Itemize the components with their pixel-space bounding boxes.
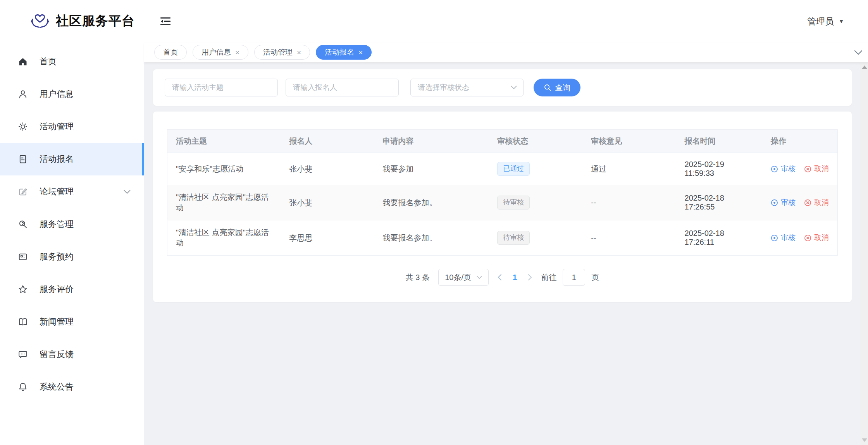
signup-table-panel: 活动主题 报名人 申请内容 审核状态 审核意见 报名时间 操作 "安享和乐"志愿… xyxy=(153,112,852,302)
username: 管理员 xyxy=(807,15,834,27)
tab-activity-signup[interactable]: 活动报名 × xyxy=(316,45,372,60)
book-icon xyxy=(18,317,28,327)
sidebar-item-home[interactable]: 首页 xyxy=(0,45,144,78)
document-icon xyxy=(18,154,28,164)
goto-page-input[interactable] xyxy=(563,269,585,286)
review-status-select[interactable]: 请选择审核状态 xyxy=(410,79,524,96)
sidebar-item-service-booking[interactable]: 服务预约 xyxy=(0,241,144,273)
sidebar-item-news-management[interactable]: 新闻管理 xyxy=(0,306,144,338)
tab-label: 活动管理 xyxy=(263,47,293,57)
sidebar-item-forum-management[interactable]: 论坛管理 xyxy=(0,175,144,208)
col-opinion: 审核意见 xyxy=(582,130,676,153)
cell-topic: "安享和乐"志愿活动 xyxy=(167,153,281,185)
cancel-action[interactable]: 取消 xyxy=(804,164,829,174)
pagination: 共 3 条 10条/页 1 前往 页 xyxy=(167,269,838,286)
prev-page-button[interactable] xyxy=(497,274,502,281)
sidebar: 社区服务平台 首页 用户信息 活动管理 活动报名 论坛管理 xyxy=(0,0,144,445)
col-content: 申请内容 xyxy=(374,130,489,153)
page-number-1[interactable]: 1 xyxy=(510,273,519,282)
top-header: 管理员 ▼ xyxy=(144,0,868,43)
table-header-row: 活动主题 报名人 申请内容 审核状态 审核意见 报名时间 操作 xyxy=(167,130,838,153)
app-root: 社区服务平台 首页 用户信息 活动管理 活动报名 论坛管理 xyxy=(0,0,868,445)
vertical-scrollbar[interactable] xyxy=(861,62,868,445)
cell-content: 我要报名参加。 xyxy=(374,220,489,256)
sidebar-item-label: 论坛管理 xyxy=(40,186,74,198)
close-icon[interactable]: × xyxy=(235,49,239,56)
sidebar-menu: 首页 用户信息 活动管理 活动报名 论坛管理 服务管理 xyxy=(0,42,144,403)
page-size-select[interactable]: 10条/页 xyxy=(438,269,489,286)
sidebar-item-label: 留言反馈 xyxy=(40,349,74,360)
cell-time: 2025-02-19 11:59:33 xyxy=(676,153,762,185)
sidebar-item-activity-management[interactable]: 活动管理 xyxy=(0,110,144,143)
scroll-down-arrow-icon[interactable] xyxy=(862,438,867,442)
sidebar-item-service-management[interactable]: 服务管理 xyxy=(0,208,144,241)
cell-opinion: 通过 xyxy=(582,153,676,185)
user-icon xyxy=(18,89,28,99)
signup-table: 活动主题 报名人 申请内容 审核状态 审核意见 报名时间 操作 "安享和乐"志愿… xyxy=(167,129,838,256)
review-action[interactable]: 审核 xyxy=(771,164,796,174)
tab-user-info[interactable]: 用户信息 × xyxy=(193,45,248,60)
circle-close-icon xyxy=(804,165,811,173)
sidebar-item-activity-signup[interactable]: 活动报名 xyxy=(0,143,144,175)
magnifier-icon xyxy=(18,219,28,229)
page-unit-label: 页 xyxy=(591,272,599,283)
cancel-action[interactable]: 取消 xyxy=(804,233,829,243)
app-title: 社区服务平台 xyxy=(56,12,135,30)
sidebar-item-announcements[interactable]: 系统公告 xyxy=(0,371,144,403)
next-page-button[interactable] xyxy=(528,274,532,281)
sidebar-item-users[interactable]: 用户信息 xyxy=(0,78,144,110)
cell-topic: "清洁社区 点亮家园"志愿活动 xyxy=(167,185,281,220)
sidebar-item-feedback[interactable]: 留言反馈 xyxy=(0,338,144,371)
sidebar-item-service-rating[interactable]: 服务评价 xyxy=(0,273,144,306)
col-status: 审核状态 xyxy=(489,130,582,153)
view-circle-icon xyxy=(771,234,778,242)
view-circle-icon xyxy=(771,199,778,206)
sidebar-item-label: 服务预约 xyxy=(40,251,74,263)
sidebar-item-label: 首页 xyxy=(40,56,57,67)
circle-close-icon xyxy=(804,234,811,242)
postcard-icon xyxy=(18,252,28,262)
logo: 社区服务平台 xyxy=(0,0,144,42)
status-badge: 已通过 xyxy=(497,162,530,176)
chevron-left-icon xyxy=(497,274,502,281)
sidebar-fold-icon[interactable] xyxy=(160,16,171,26)
select-placeholder: 请选择审核状态 xyxy=(418,82,469,93)
cell-applicant: 张小斐 xyxy=(281,185,374,220)
search-button[interactable]: 查询 xyxy=(534,79,580,96)
chevron-down-icon xyxy=(511,86,517,89)
tab-label: 用户信息 xyxy=(202,47,231,57)
star-icon xyxy=(18,284,28,294)
cell-content: 我要参加 xyxy=(374,153,489,185)
cell-topic: "清洁社区 点亮家园"志愿活动 xyxy=(167,220,281,256)
search-button-label: 查询 xyxy=(555,82,570,93)
sidebar-item-label: 活动管理 xyxy=(40,121,74,132)
chevron-down-icon xyxy=(477,276,482,279)
sidebar-item-label: 用户信息 xyxy=(40,88,74,100)
applicant-input[interactable] xyxy=(286,79,399,96)
close-icon[interactable]: × xyxy=(358,49,363,56)
table-row: "清洁社区 点亮家园"志愿活动 李思思 我要报名参加。 待审核 -- 2025-… xyxy=(167,220,838,256)
close-icon[interactable]: × xyxy=(297,49,301,56)
main-area: 管理员 ▼ 首页 用户信息 × 活动管理 × 活动报名 × xyxy=(144,0,868,445)
tabs-bar: 首页 用户信息 × 活动管理 × 活动报名 × xyxy=(144,43,868,62)
circle-close-icon xyxy=(804,199,811,206)
tab-activity-management[interactable]: 活动管理 × xyxy=(254,45,310,60)
chevron-down-icon xyxy=(124,190,131,194)
status-badge: 待审核 xyxy=(497,196,530,210)
col-actions: 操作 xyxy=(762,130,838,153)
review-action[interactable]: 审核 xyxy=(771,233,796,243)
sidebar-item-label: 服务评价 xyxy=(40,283,74,295)
caret-down-icon: ▼ xyxy=(839,18,844,24)
tab-home[interactable]: 首页 xyxy=(154,45,187,60)
activity-topic-input[interactable] xyxy=(165,79,278,96)
cancel-action[interactable]: 取消 xyxy=(804,198,829,208)
view-circle-icon xyxy=(771,165,778,173)
tab-overflow-button[interactable] xyxy=(848,43,868,62)
tab-label: 首页 xyxy=(163,47,178,57)
user-menu[interactable]: 管理员 ▼ xyxy=(807,15,844,27)
scroll-up-arrow-icon[interactable] xyxy=(862,65,867,69)
review-action[interactable]: 审核 xyxy=(771,198,796,208)
search-icon xyxy=(544,84,551,91)
bell-icon xyxy=(18,382,28,392)
cell-time: 2025-02-18 17:26:55 xyxy=(676,185,762,220)
